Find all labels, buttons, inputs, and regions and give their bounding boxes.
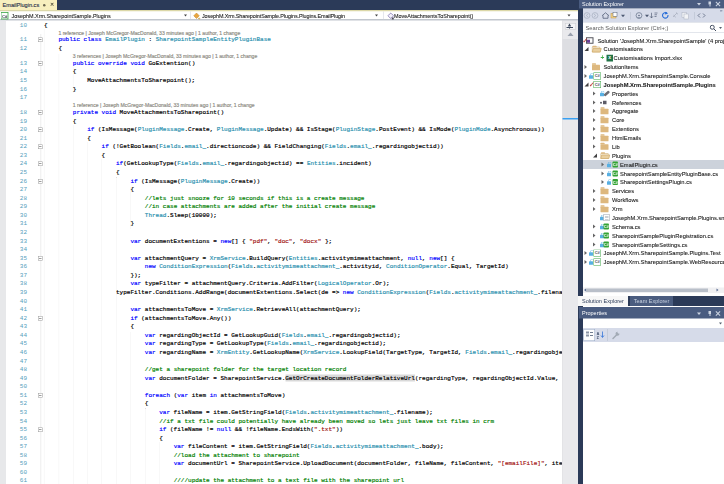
- svg-text:C#: C#: [2, 14, 8, 19]
